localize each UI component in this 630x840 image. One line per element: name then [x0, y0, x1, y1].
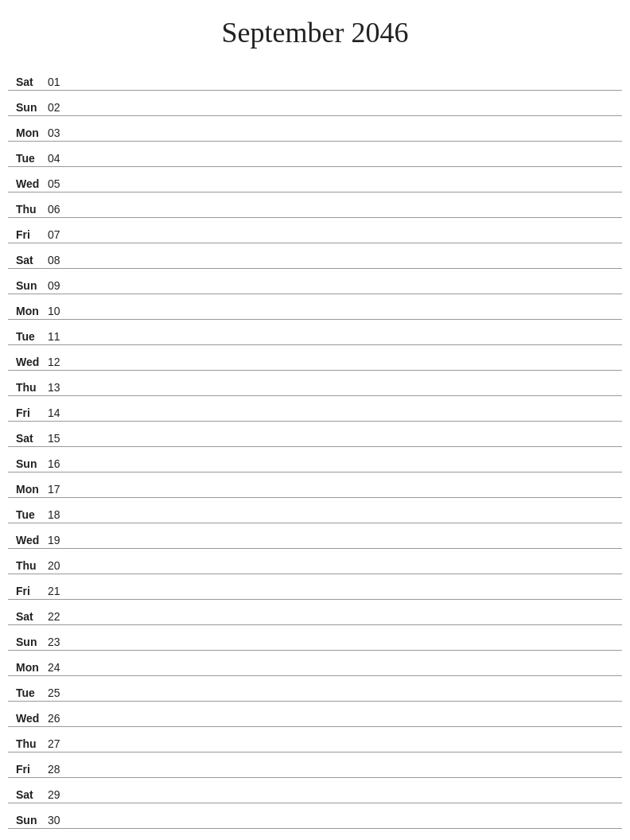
day-row: Tue18 — [8, 498, 622, 523]
day-row: Mon03 — [8, 116, 622, 142]
day-row: Mon24 — [8, 651, 622, 676]
day-name: Mon — [16, 483, 48, 496]
day-number: 10 — [48, 305, 70, 317]
day-name: Thu — [16, 737, 48, 750]
day-row: Sun30 — [8, 803, 622, 829]
day-number: 23 — [48, 636, 70, 648]
day-number: 07 — [48, 228, 70, 241]
day-number: 22 — [48, 610, 70, 623]
day-number: 11 — [48, 330, 70, 343]
day-row: Fri07 — [8, 218, 622, 243]
day-number: 30 — [48, 814, 70, 826]
day-row: Mon10 — [8, 294, 622, 320]
page: September 2046 Sat01Sun02Mon03Tue04Wed05… — [0, 0, 630, 840]
day-number: 19 — [48, 534, 70, 546]
day-name: Sun — [16, 636, 48, 648]
day-number: 27 — [48, 737, 70, 750]
day-name: Thu — [16, 203, 48, 216]
day-row: Sat29 — [8, 778, 622, 803]
day-name: Tue — [16, 508, 48, 521]
day-row: Mon17 — [8, 472, 622, 498]
day-number: 03 — [48, 126, 70, 139]
day-name: Mon — [16, 305, 48, 317]
day-number: 02 — [48, 101, 70, 114]
day-row: Tue04 — [8, 142, 622, 167]
day-name: Sat — [16, 254, 48, 266]
day-number: 01 — [48, 76, 70, 88]
calendar-rows: Sat01Sun02Mon03Tue04Wed05Thu06Fri07Sat08… — [8, 65, 622, 829]
day-number: 24 — [48, 661, 70, 674]
day-number: 25 — [48, 686, 70, 699]
day-name: Sun — [16, 101, 48, 114]
day-row: Wed26 — [8, 702, 622, 727]
day-name: Sat — [16, 76, 48, 88]
day-name: Tue — [16, 686, 48, 699]
day-row: Sat22 — [8, 600, 622, 625]
day-row: Thu06 — [8, 192, 622, 218]
day-name: Tue — [16, 152, 48, 165]
day-number: 20 — [48, 559, 70, 572]
day-name: Fri — [16, 763, 48, 776]
day-row: Wed12 — [8, 345, 622, 371]
day-name: Sun — [16, 279, 48, 292]
day-number: 14 — [48, 406, 70, 419]
day-number: 17 — [48, 483, 70, 496]
day-row: Sun02 — [8, 91, 622, 116]
day-row: Thu13 — [8, 371, 622, 396]
day-name: Fri — [16, 228, 48, 241]
day-row: Sat08 — [8, 243, 622, 269]
day-name: Wed — [16, 712, 48, 725]
day-row: Fri21 — [8, 574, 622, 600]
day-number: 16 — [48, 457, 70, 470]
day-name: Sat — [16, 432, 48, 445]
day-row: Tue25 — [8, 676, 622, 702]
day-number: 06 — [48, 203, 70, 216]
day-name: Thu — [16, 381, 48, 394]
day-number: 28 — [48, 763, 70, 776]
day-name: Sat — [16, 788, 48, 801]
day-row: Sat15 — [8, 422, 622, 447]
day-number: 15 — [48, 432, 70, 445]
day-name: Fri — [16, 585, 48, 597]
day-number: 08 — [48, 254, 70, 266]
day-row: Thu27 — [8, 727, 622, 752]
day-name: Sat — [16, 610, 48, 623]
day-row: Sun16 — [8, 447, 622, 472]
day-name: Fri — [16, 406, 48, 419]
day-name: Sun — [16, 814, 48, 826]
page-title: September 2046 — [8, 16, 622, 49]
day-name: Wed — [16, 177, 48, 190]
day-number: 21 — [48, 585, 70, 597]
day-row: Thu20 — [8, 549, 622, 574]
day-number: 05 — [48, 177, 70, 190]
day-row: Sat01 — [8, 65, 622, 91]
day-number: 13 — [48, 381, 70, 394]
day-name: Thu — [16, 559, 48, 572]
day-name: Mon — [16, 661, 48, 674]
day-number: 12 — [48, 356, 70, 368]
day-name: Wed — [16, 534, 48, 546]
day-row: Tue11 — [8, 320, 622, 345]
day-name: Sun — [16, 457, 48, 470]
day-row: Fri28 — [8, 752, 622, 778]
day-row: Sun23 — [8, 625, 622, 651]
day-number: 26 — [48, 712, 70, 725]
day-number: 04 — [48, 152, 70, 165]
day-row: Fri14 — [8, 396, 622, 422]
day-row: Wed05 — [8, 167, 622, 192]
day-name: Wed — [16, 356, 48, 368]
day-row: Sun09 — [8, 269, 622, 294]
day-name: Mon — [16, 126, 48, 139]
day-number: 29 — [48, 788, 70, 801]
day-number: 09 — [48, 279, 70, 292]
day-number: 18 — [48, 508, 70, 521]
day-name: Tue — [16, 330, 48, 343]
day-row: Wed19 — [8, 523, 622, 549]
